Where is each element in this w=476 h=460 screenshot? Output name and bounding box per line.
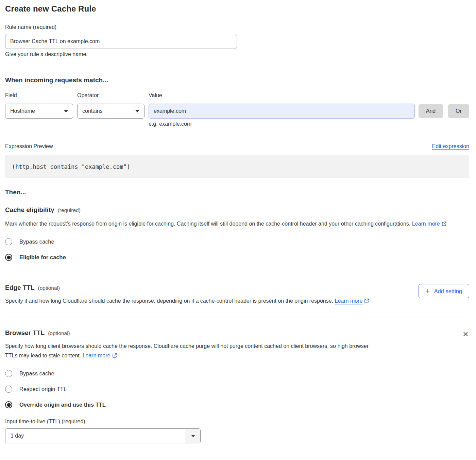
browser-ttl-title: Browser TTL [5, 329, 45, 337]
plus-icon: + [426, 287, 430, 295]
browser-ttl-badge: (optional) [48, 330, 70, 336]
ttl-input-label: Input time-to-live (TTL) (required) [5, 419, 469, 425]
field-column-label: Field [5, 92, 73, 99]
operator-column-label: Operator [77, 92, 144, 99]
edge-ttl-title: Edge TTL [5, 284, 35, 291]
browser-ttl-content: Browser TTL (optional) Specify how long … [5, 329, 372, 361]
radio-option-respect-origin-ttl[interactable]: Respect origin TTL [5, 386, 67, 393]
operator-select[interactable]: contains [77, 104, 144, 119]
page-title: Create new Cache Rule [5, 4, 469, 14]
edge-ttl-badge: (optional) [38, 285, 60, 291]
value-column-label: Value [149, 92, 162, 99]
rule-name-input[interactable] [5, 34, 237, 49]
radio-unchecked-icon[interactable] [5, 370, 12, 377]
ttl-select-arrow-segment[interactable] [186, 429, 200, 443]
close-icon[interactable]: ✕ [462, 330, 469, 338]
radio-option-eligible-for-cache[interactable]: Eligible for cache [5, 254, 66, 261]
expression-code: (http.host contains "example.com") [12, 163, 130, 170]
or-button[interactable]: Or [448, 104, 469, 118]
chevron-down-icon [64, 110, 68, 112]
edge-ttl-learn-more-link[interactable]: Learn more [335, 298, 363, 304]
radio-option-bypass-cache[interactable]: Bypass cache [5, 238, 54, 245]
cache-eligibility-section: Cache eligibility (required) Mark whethe… [5, 206, 469, 261]
create-cache-rule-page: Create new Cache Rule Rule name (require… [0, 0, 476, 449]
expression-preview-label: Expression Preview [5, 143, 53, 149]
field-select-value: Hostname [10, 108, 35, 114]
and-button[interactable]: And [419, 104, 443, 118]
value-helper: e.g. example.com [149, 121, 469, 127]
chevron-down-icon [135, 110, 139, 112]
radio-option-label: Eligible for cache [19, 254, 66, 261]
edge-ttl-title-row: Edge TTL (optional) [5, 284, 369, 291]
radio-option-label: Bypass cache [19, 238, 54, 245]
expression-preview-row: Expression Preview Edit expression [5, 143, 469, 149]
chevron-down-icon [191, 435, 195, 437]
add-setting-button[interactable]: + Add setting [419, 284, 469, 298]
edge-ttl-content: Edge TTL (optional) Specify if and how l… [5, 284, 369, 306]
edge-ttl-description: Specify if and how long Cloudflare shoul… [5, 296, 369, 306]
cache-eligibility-learn-more-link[interactable]: Learn more [412, 221, 440, 227]
value-input[interactable] [149, 104, 415, 119]
edit-expression-link[interactable]: Edit expression [432, 143, 469, 149]
browser-ttl-section: Browser TTL (optional) Specify how long … [5, 329, 469, 361]
field-select[interactable]: Hostname [5, 104, 73, 119]
cache-eligibility-badge: (required) [58, 207, 81, 213]
operator-select-value: contains [82, 108, 103, 114]
edge-ttl-section: Edge TTL (optional) Specify if and how l… [5, 284, 469, 306]
cache-eligibility-description: Mark whether the request’s response from… [5, 219, 457, 229]
add-setting-label: Add setting [434, 288, 462, 295]
rule-name-helper: Give your rule a descriptive name. [5, 51, 469, 57]
radio-option-label: Bypass cache [19, 370, 54, 377]
ttl-select-value: 1 day [5, 429, 24, 443]
ttl-select[interactable]: 1 day [5, 428, 201, 443]
browser-ttl-description: Specify how long client browsers should … [5, 341, 372, 361]
browser-ttl-title-row: Browser TTL (optional) [5, 329, 372, 337]
section-divider [5, 273, 469, 273]
match-heading: When incoming requests match... [5, 76, 469, 84]
external-link-icon [364, 297, 369, 306]
radio-unchecked-icon[interactable] [5, 386, 12, 393]
section-divider [5, 67, 469, 67]
match-condition-row: Hostname contains And Or [5, 104, 469, 119]
match-column-labels: Field Operator Value [5, 92, 469, 99]
external-link-icon [112, 352, 117, 361]
radio-checked-icon[interactable] [5, 401, 12, 408]
cache-eligibility-title-row: Cache eligibility (required) [5, 206, 469, 214]
cache-eligibility-title: Cache eligibility [5, 206, 54, 214]
expression-code-block: (http.host contains "example.com") [5, 155, 469, 178]
radio-checked-icon[interactable] [5, 254, 12, 261]
radio-option-bypass-cache[interactable]: Bypass cache [5, 370, 54, 377]
rule-name-label: Rule name (required) [5, 24, 469, 30]
browser-ttl-radio-group: Bypass cache Respect origin TTL Override… [5, 370, 469, 408]
external-link-icon [442, 220, 447, 229]
section-divider [5, 318, 469, 318]
radio-option-label: Override origin and use this TTL [19, 402, 106, 408]
browser-ttl-learn-more-link[interactable]: Learn more [83, 353, 111, 358]
then-heading: Then... [5, 189, 469, 196]
radio-option-label: Respect origin TTL [19, 386, 67, 392]
cache-eligibility-radio-group: Bypass cache Eligible for cache [5, 238, 469, 261]
radio-option-override-origin-ttl[interactable]: Override origin and use this TTL [5, 401, 106, 408]
radio-unchecked-icon[interactable] [5, 238, 12, 245]
